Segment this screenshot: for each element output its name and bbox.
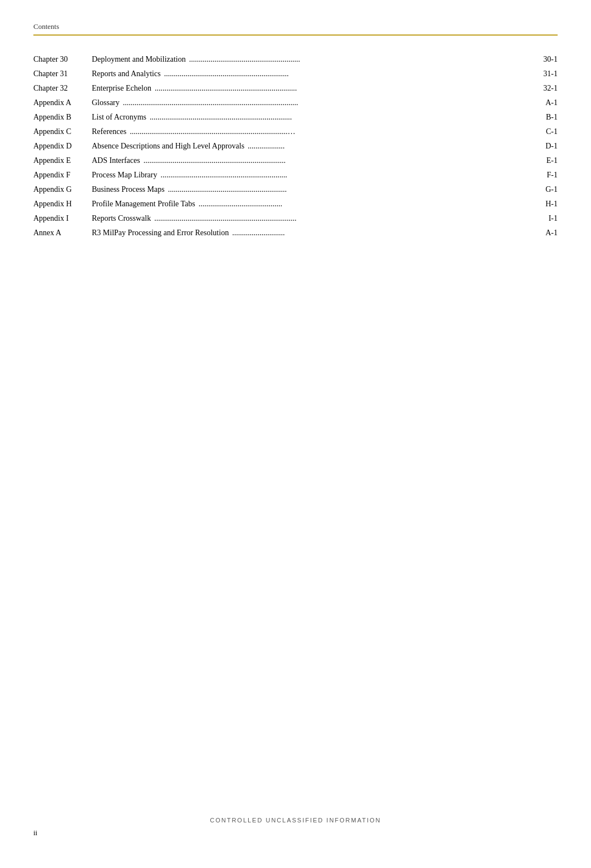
entry-title-5: References xyxy=(92,127,126,136)
entry-page-5: C-1 xyxy=(533,127,558,136)
entry-dots-3: ........................................… xyxy=(123,98,533,107)
entry-dots-1: ........................................… xyxy=(164,70,533,78)
entry-title-4: List of Acronyms xyxy=(92,113,146,122)
entry-title-6: Absence Descriptions and High Level Appr… xyxy=(92,142,244,151)
entry-label-3: Appendix A xyxy=(33,98,92,107)
toc-entry-9: Appendix GBusiness Process Maps.........… xyxy=(33,182,558,197)
entry-label-8: Appendix F xyxy=(33,171,92,180)
entry-title-10: Profile Management Profile Tabs xyxy=(92,200,195,209)
toc-entry-6: Appendix DAbsence Descriptions and High … xyxy=(33,139,558,153)
entry-label-9: Appendix G xyxy=(33,185,92,194)
entry-page-0: 30-1 xyxy=(533,55,558,64)
entry-title-2: Enterprise Echelon xyxy=(92,84,151,93)
entry-page-1: 31-1 xyxy=(533,70,558,78)
entry-dots-5: ........................................… xyxy=(130,127,533,136)
entry-label-4: Appendix B xyxy=(33,113,92,122)
entry-page-9: G-1 xyxy=(533,185,558,194)
entry-page-11: I-1 xyxy=(533,214,558,223)
toc-entry-10: Appendix HProfile Management Profile Tab… xyxy=(33,197,558,211)
toc-entry-5: Appendix CReferences....................… xyxy=(33,125,558,139)
entry-dots-2: ........................................… xyxy=(155,84,533,93)
entry-label-11: Appendix I xyxy=(33,214,92,223)
entry-title-8: Process Map Library xyxy=(92,171,157,180)
entry-label-5: Appendix C xyxy=(33,127,92,136)
entry-label-10: Appendix H xyxy=(33,200,92,209)
toc-entry-11: Appendix IReports Crosswalk.............… xyxy=(33,211,558,226)
toc-entry-0: Chapter 30Deployment and Mobilization...… xyxy=(33,52,558,67)
entry-page-7: E-1 xyxy=(533,156,558,165)
footer-text: CONTROLLED UNCLASSIFIED INFORMATION xyxy=(0,817,591,824)
entry-label-1: Chapter 31 xyxy=(33,70,92,78)
entry-page-2: 32-1 xyxy=(533,84,558,93)
toc-entry-4: Appendix BList of Acronyms..............… xyxy=(33,110,558,125)
entry-title-11: Reports Crosswalk xyxy=(92,214,151,223)
entry-page-3: A-1 xyxy=(533,98,558,107)
entry-dots-9: ........................................… xyxy=(168,185,533,194)
toc-entry-7: Appendix EADS Interfaces................… xyxy=(33,153,558,168)
entry-title-12: R3 MilPay Processing and Error Resolutio… xyxy=(92,229,229,237)
entry-dots-12: ........................... xyxy=(232,229,533,237)
entry-dots-11: ........................................… xyxy=(154,214,533,223)
entry-label-0: Chapter 30 xyxy=(33,55,92,64)
header-section: Contents xyxy=(33,22,558,36)
entry-dots-10: ........................................… xyxy=(199,200,533,209)
toc-entry-2: Chapter 32Enterprise Echelon............… xyxy=(33,81,558,96)
page-container: Contents Chapter 30Deployment and Mobili… xyxy=(0,0,591,868)
header-title: Contents xyxy=(33,22,558,31)
entry-dots-4: ........................................… xyxy=(150,113,533,122)
entry-title-1: Reports and Analytics xyxy=(92,70,161,78)
toc-section: Chapter 30Deployment and Mobilization...… xyxy=(33,52,558,240)
entry-page-10: H-1 xyxy=(533,200,558,209)
entry-label-6: Appendix D xyxy=(33,142,92,151)
page-number: ii xyxy=(33,829,37,837)
toc-entry-12: Annex AR3 MilPay Processing and Error Re… xyxy=(33,226,558,240)
entry-title-0: Deployment and Mobilization xyxy=(92,55,186,64)
entry-page-12: A-1 xyxy=(533,229,558,237)
header-rule xyxy=(33,34,558,36)
entry-dots-6: ................... xyxy=(248,142,533,151)
entry-dots-8: ........................................… xyxy=(160,171,533,180)
entry-title-3: Glossary xyxy=(92,98,120,107)
entry-label-12: Annex A xyxy=(33,229,92,237)
toc-entry-1: Chapter 31Reports and Analytics.........… xyxy=(33,67,558,81)
toc-entry-3: Appendix AGlossary......................… xyxy=(33,96,558,110)
toc-entry-8: Appendix FProcess Map Library...........… xyxy=(33,168,558,182)
entry-page-8: F-1 xyxy=(533,171,558,180)
entry-page-6: D-1 xyxy=(533,142,558,151)
entry-label-2: Chapter 32 xyxy=(33,84,92,93)
entry-title-9: Business Process Maps xyxy=(92,185,165,194)
entry-dots-0: ........................................… xyxy=(189,55,533,64)
entry-page-4: B-1 xyxy=(533,113,558,122)
entry-title-7: ADS Interfaces xyxy=(92,156,140,165)
entry-label-7: Appendix E xyxy=(33,156,92,165)
entry-dots-7: ........................................… xyxy=(144,156,533,165)
